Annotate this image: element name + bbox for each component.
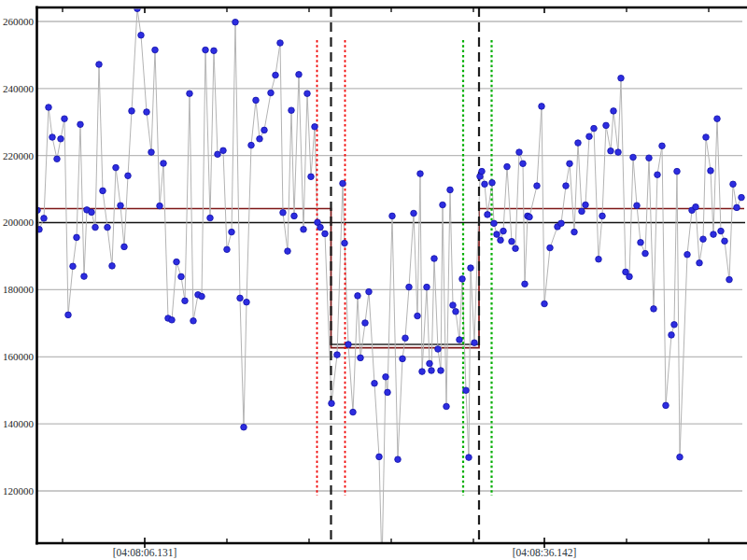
data-point	[542, 301, 548, 307]
data-point	[65, 312, 72, 318]
y-tick-label: 260000	[3, 16, 35, 27]
data-point	[596, 256, 602, 262]
data-point	[527, 214, 533, 220]
data-point	[485, 212, 491, 218]
data-point	[395, 456, 402, 463]
data-point	[427, 360, 433, 367]
data-point	[453, 309, 459, 315]
data-point	[220, 147, 227, 154]
data-point	[92, 224, 99, 231]
data-point	[677, 454, 684, 460]
data-point	[161, 161, 167, 167]
data-point	[322, 231, 329, 237]
data-point	[697, 259, 703, 266]
data-point	[100, 188, 106, 194]
y-tick-label: 140000	[3, 418, 35, 429]
data-point	[500, 228, 507, 234]
data-point	[280, 210, 287, 217]
data-point	[440, 202, 446, 208]
data-point	[345, 342, 352, 348]
data-point	[261, 127, 268, 133]
data-point	[224, 246, 231, 253]
data-point	[663, 402, 669, 409]
data-point	[494, 231, 500, 238]
data-point	[402, 335, 409, 342]
data-point	[655, 172, 661, 178]
data-point	[70, 263, 77, 270]
data-point	[74, 234, 80, 241]
data-point	[383, 374, 389, 381]
data-point	[241, 424, 247, 430]
data-point	[684, 251, 691, 258]
data-point	[651, 306, 657, 313]
data-point	[415, 313, 421, 319]
data-point	[714, 116, 721, 122]
data-point	[96, 62, 103, 68]
data-point	[450, 302, 457, 309]
data-point	[211, 48, 218, 54]
data-point	[385, 389, 391, 396]
data-point	[417, 171, 424, 177]
data-point	[58, 136, 64, 143]
data-point	[693, 203, 699, 210]
data-point	[113, 164, 120, 171]
data-point	[599, 213, 606, 219]
data-point	[703, 134, 710, 141]
data-point	[285, 248, 291, 255]
data-point	[334, 352, 341, 358]
data-point	[277, 40, 284, 47]
data-point	[237, 295, 244, 301]
data-point	[646, 155, 653, 161]
data-point	[203, 47, 209, 53]
data-point	[268, 90, 275, 96]
data-point	[424, 284, 430, 290]
data-point	[638, 240, 644, 246]
data-point	[482, 181, 488, 188]
chart-root: 2600002400002200002000001800001600001400…	[0, 0, 747, 560]
data-point	[129, 108, 135, 115]
data-point	[182, 298, 189, 304]
data-point	[291, 213, 298, 219]
data-point	[615, 149, 622, 156]
data-point	[618, 75, 625, 81]
data-point	[520, 161, 527, 167]
data-point	[659, 143, 666, 149]
data-point	[671, 322, 678, 329]
data-point	[603, 122, 610, 129]
y-tick-label: 120000	[3, 485, 35, 497]
data-point	[199, 293, 205, 300]
data-point	[642, 250, 649, 257]
data-point	[630, 154, 637, 161]
data-point	[144, 109, 150, 116]
data-point	[718, 228, 725, 234]
data-point	[41, 216, 48, 222]
data-point	[248, 142, 255, 148]
data-point	[547, 245, 554, 251]
data-point	[207, 215, 214, 221]
data-point	[586, 133, 593, 140]
data-point	[734, 204, 740, 211]
data-point	[178, 273, 185, 280]
data-point	[722, 238, 728, 245]
data-point	[304, 91, 311, 97]
timeseries-chart: 2600002400002200002000001800001600001400…	[0, 0, 747, 560]
data-point	[329, 400, 335, 407]
data-point	[340, 180, 346, 187]
data-point	[429, 368, 435, 374]
data-point	[253, 97, 260, 104]
data-point	[627, 273, 633, 280]
data-point	[121, 244, 128, 250]
data-point	[522, 281, 529, 287]
data-point	[358, 355, 364, 361]
data-point	[400, 356, 406, 362]
data-point	[81, 273, 88, 280]
data-point	[350, 409, 357, 415]
data-point	[152, 47, 159, 53]
data-point	[419, 369, 426, 375]
data-point	[591, 125, 598, 132]
data-point	[296, 72, 303, 78]
data-point	[438, 368, 444, 374]
data-point	[669, 332, 675, 339]
data-point	[579, 208, 585, 215]
data-point	[534, 183, 541, 189]
